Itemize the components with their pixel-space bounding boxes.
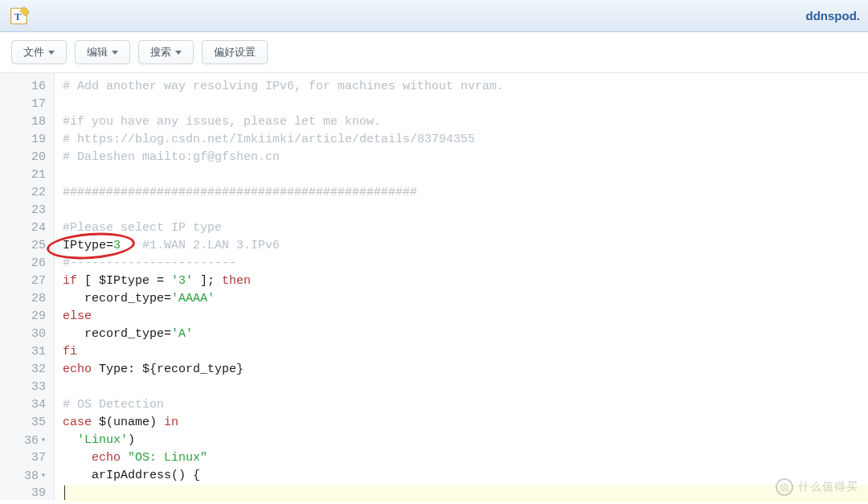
edit-menu-button[interactable]: 编辑 [75, 40, 130, 64]
code-content[interactable]: # Add another way resolving IPv6, for ma… [55, 73, 868, 500]
code-line[interactable]: ########################################… [63, 184, 868, 202]
line-number: 19 [0, 131, 46, 149]
code-token: #if you have any issues, please let me k… [63, 115, 381, 129]
chevron-down-icon [48, 51, 55, 55]
code-token: record_type= [63, 292, 171, 305]
code-line[interactable]: # Add another way resolving IPv6, for ma… [63, 78, 868, 96]
code-line[interactable]: record_type='A' [63, 326, 868, 343]
app-icon: T [10, 6, 31, 27]
line-number: 16 [0, 78, 46, 96]
line-number: 25 [0, 237, 46, 255]
code-token: #----------------------- [63, 256, 236, 270]
code-token: arIpAddress [92, 469, 171, 482]
code-line[interactable]: 'Linux') [63, 432, 868, 449]
svg-text:T: T [14, 10, 22, 22]
line-number: 27 [0, 272, 46, 290]
code-line[interactable]: record_type='AAAA' [63, 290, 868, 308]
search-menu-label: 搜索 [150, 45, 171, 59]
file-menu-label: 文件 [23, 45, 44, 59]
preferences-button[interactable]: 偏好设置 [202, 40, 268, 64]
line-number: 32 [0, 361, 46, 379]
code-line[interactable]: #Please select IP type [63, 219, 868, 237]
code-token: () { [171, 469, 200, 482]
code-token: echo [92, 451, 121, 465]
code-token: $(uname) [92, 416, 164, 429]
code-token: # Daleshen mailto:gf@gfshen.cn [63, 150, 280, 164]
code-token: '3' [171, 274, 193, 288]
line-number: 26 [0, 255, 46, 272]
code-line[interactable]: else [63, 308, 868, 326]
line-number: 39 [0, 485, 46, 502]
code-editor[interactable]: 1617181920212223242526272829303132333435… [0, 73, 868, 500]
code-token [121, 239, 142, 252]
code-line[interactable]: # OS Detection [63, 396, 868, 414]
code-line[interactable]: case $(uname) in [63, 414, 868, 432]
code-line[interactable]: #----------------------- [63, 255, 868, 272]
code-line[interactable] [63, 379, 868, 396]
code-token: [ [77, 274, 99, 288]
code-token: Type: [92, 363, 142, 376]
search-menu-button[interactable]: 搜索 [138, 40, 194, 64]
code-token: = [106, 239, 113, 252]
line-number: 22 [0, 184, 46, 202]
line-number: 36 [0, 432, 46, 449]
code-line[interactable]: # https://blog.csdn.net/Imkiimki/article… [63, 131, 868, 149]
code-token: ########################################… [63, 186, 417, 199]
code-token [63, 469, 92, 482]
code-line[interactable]: if [ $IPtype = '3' ]; then [63, 272, 868, 290]
line-number: 38 [0, 467, 46, 485]
line-number: 30 [0, 326, 46, 343]
line-number: 20 [0, 149, 46, 166]
code-line[interactable]: IPtype=3 #1.WAN 2.LAN 3.IPv6 [63, 237, 868, 255]
code-line[interactable] [63, 485, 868, 502]
line-number: 24 [0, 219, 46, 237]
code-token: $IPtype [99, 274, 149, 288]
code-token: 'AAAA' [171, 292, 215, 305]
code-token: else [63, 309, 92, 323]
code-token: echo [63, 363, 92, 376]
line-number: 33 [0, 379, 46, 396]
code-token: # OS Detection [63, 398, 164, 412]
code-token [121, 451, 128, 465]
file-menu-button[interactable]: 文件 [11, 40, 67, 64]
code-line[interactable]: fi [63, 343, 868, 361]
code-token: ${record_type} [142, 363, 244, 376]
code-line[interactable] [63, 166, 868, 184]
line-number: 23 [0, 202, 46, 219]
code-token: # Add another way resolving IPv6, for ma… [63, 80, 504, 93]
code-line[interactable]: arIpAddress() { [63, 467, 868, 485]
line-number: 35 [0, 414, 46, 432]
line-number: 34 [0, 396, 46, 414]
line-number: 37 [0, 449, 46, 467]
edit-menu-label: 编辑 [87, 45, 108, 59]
code-token: IPtype [63, 239, 106, 252]
code-line[interactable] [63, 96, 868, 113]
line-number: 17 [0, 96, 46, 113]
line-number: 29 [0, 308, 46, 326]
line-number: 31 [0, 343, 46, 361]
code-token: case [63, 416, 92, 429]
code-token: 3 [113, 239, 121, 252]
window-header: T ddnspod. [0, 0, 868, 32]
code-line[interactable]: echo Type: ${record_type} [63, 361, 868, 379]
file-title: ddnspod. [806, 9, 861, 23]
code-token: ) [128, 433, 135, 447]
line-number: 18 [0, 113, 46, 131]
line-number: 28 [0, 290, 46, 308]
code-token: 'A' [171, 327, 193, 341]
code-token: in [164, 416, 178, 429]
code-token: then [222, 274, 251, 288]
code-line[interactable] [63, 202, 868, 219]
code-token: fi [63, 345, 77, 359]
code-token: record_type= [63, 327, 171, 341]
code-token: ]; [193, 274, 222, 288]
code-line[interactable]: #if you have any issues, please let me k… [63, 113, 868, 131]
line-number: 21 [0, 166, 46, 184]
text-cursor [64, 486, 65, 500]
code-line[interactable]: echo "OS: Linux" [63, 449, 868, 467]
chevron-down-icon [112, 51, 118, 55]
code-line[interactable]: # Daleshen mailto:gf@gfshen.cn [63, 149, 868, 166]
code-token: #Please select IP type [63, 221, 222, 235]
code-token: 'Linux' [77, 433, 128, 447]
line-number-gutter: 1617181920212223242526272829303132333435… [0, 73, 55, 500]
